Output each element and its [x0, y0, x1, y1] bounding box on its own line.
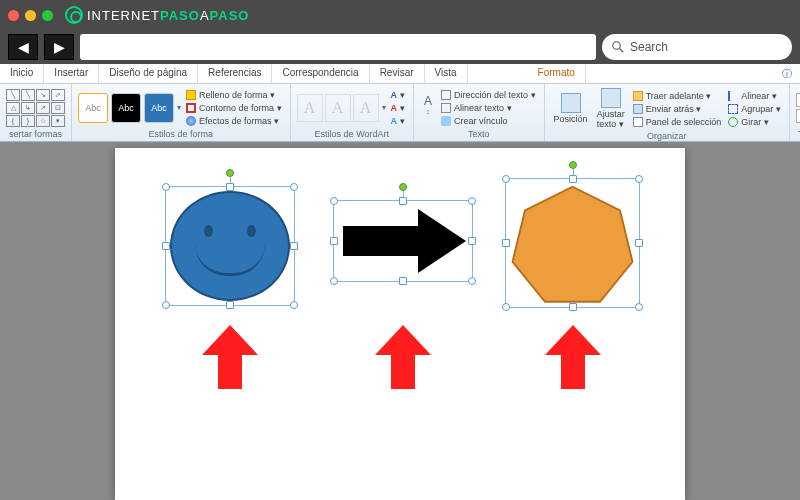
- document-page[interactable]: [115, 148, 685, 500]
- tab-revisar[interactable]: Revisar: [370, 64, 425, 83]
- tab-diseno[interactable]: Diseño de página: [99, 64, 198, 83]
- shapes-gallery[interactable]: ╲╲↘⬀ △↳↗⊡ {}☆▾: [6, 89, 65, 127]
- height-input[interactable]: [796, 93, 800, 107]
- resize-handle-n[interactable]: [226, 183, 234, 191]
- group-label-tamano: Tamaño: [796, 129, 800, 141]
- resize-handle-ne[interactable]: [635, 175, 643, 183]
- resize-handle-n[interactable]: [569, 175, 577, 183]
- rotate-label: Girar ▾: [741, 117, 769, 127]
- resize-handle-ne[interactable]: [468, 197, 476, 205]
- group-label-organizar: Organizar: [551, 131, 783, 143]
- ribbon-tabs: Inicio Insertar Diseño de página Referen…: [0, 64, 800, 84]
- resize-handle-se[interactable]: [468, 277, 476, 285]
- tab-inicio[interactable]: Inicio: [0, 64, 44, 83]
- heptagon-shape[interactable]: [510, 183, 635, 308]
- resize-handle-sw[interactable]: [162, 301, 170, 309]
- group-estilos-forma: Abc Abc Abc ▾ Relleno de forma ▾ Contorn…: [72, 84, 291, 141]
- back-button[interactable]: ◀: [8, 34, 38, 60]
- text-effects-button[interactable]: A▾: [389, 115, 408, 127]
- resize-handle-ne[interactable]: [290, 183, 298, 191]
- maximize-window-button[interactable]: [42, 10, 53, 21]
- tab-formato[interactable]: Formato: [528, 64, 586, 83]
- text-direction-tool[interactable]: A↕: [420, 94, 436, 122]
- wrap-text-button[interactable]: Ajustar texto ▾: [594, 86, 628, 131]
- outline-label: Contorno de forma ▾: [199, 103, 282, 113]
- width-input[interactable]: [796, 109, 800, 123]
- resize-handle-e[interactable]: [468, 237, 476, 245]
- tab-vista[interactable]: Vista: [425, 64, 468, 83]
- ribbon-help-icon[interactable]: ⓘ: [774, 64, 800, 83]
- resize-handle-sw[interactable]: [330, 277, 338, 285]
- browser-nav: ◀ ▶ Search: [0, 30, 800, 64]
- svg-point-0: [613, 42, 621, 50]
- align-button[interactable]: Alinear ▾: [726, 90, 783, 102]
- text-fill-button[interactable]: A▾: [389, 89, 408, 101]
- selection-pane-button[interactable]: Panel de selección: [631, 116, 724, 128]
- url-input[interactable]: [80, 34, 596, 60]
- selection-smiley[interactable]: [165, 186, 295, 306]
- send-backward-button[interactable]: Enviar atrás ▾: [631, 103, 724, 115]
- create-link-button[interactable]: Crear vínculo: [439, 115, 538, 127]
- shape-style-2[interactable]: Abc: [111, 93, 141, 123]
- group-organizar: Posición Ajustar texto ▾ Traer adelante …: [545, 84, 790, 141]
- logo-text-paso2: PASO: [210, 8, 250, 23]
- svg-marker-5: [375, 325, 431, 389]
- indicator-arrow-1: [200, 323, 260, 393]
- rotation-handle[interactable]: [226, 169, 234, 177]
- resize-handle-sw[interactable]: [502, 303, 510, 311]
- bring-forward-button[interactable]: Traer adelante ▾: [631, 90, 724, 102]
- resize-handle-nw[interactable]: [502, 175, 510, 183]
- align-text-button[interactable]: Alinear texto ▾: [439, 102, 538, 114]
- wordart-more[interactable]: ▾: [382, 103, 386, 112]
- search-input[interactable]: Search: [602, 34, 792, 60]
- resize-handle-nw[interactable]: [330, 197, 338, 205]
- resize-handle-e[interactable]: [290, 242, 298, 250]
- resize-handle-n[interactable]: [399, 197, 407, 205]
- svg-marker-2: [343, 209, 466, 273]
- outline-button[interactable]: Contorno de forma ▾: [184, 102, 284, 114]
- resize-handle-s[interactable]: [226, 301, 234, 309]
- selection-heptagon[interactable]: [505, 178, 640, 308]
- rotation-handle[interactable]: [399, 183, 407, 191]
- resize-handle-w[interactable]: [330, 237, 338, 245]
- create-link-label: Crear vínculo: [454, 116, 508, 126]
- resize-handle-e[interactable]: [635, 239, 643, 247]
- position-button[interactable]: Posición: [551, 91, 591, 126]
- resize-handle-nw[interactable]: [162, 183, 170, 191]
- resize-handle-w[interactable]: [162, 242, 170, 250]
- smiley-shape[interactable]: [170, 191, 290, 301]
- fill-button[interactable]: Relleno de forma ▾: [184, 89, 284, 101]
- logo-text-paso1: PASO: [160, 8, 200, 23]
- text-outline-button[interactable]: A▾: [389, 102, 408, 114]
- send-backward-label: Enviar atrás ▾: [646, 104, 702, 114]
- resize-handle-se[interactable]: [635, 303, 643, 311]
- wordart-gallery[interactable]: AAA: [297, 94, 379, 122]
- shape-style-3[interactable]: Abc: [144, 93, 174, 123]
- resize-handle-w[interactable]: [502, 239, 510, 247]
- search-placeholder: Search: [630, 40, 668, 54]
- rotation-handle[interactable]: [569, 161, 577, 169]
- forward-button[interactable]: ▶: [44, 34, 74, 60]
- tab-insertar[interactable]: Insertar: [44, 64, 99, 83]
- text-direction-button[interactable]: Dirección del texto ▾: [439, 89, 538, 101]
- logo-text: INTERNETPASOAPASO: [87, 8, 249, 23]
- style-gallery-more[interactable]: ▾: [177, 103, 181, 112]
- group-button[interactable]: Agrupar ▾: [726, 103, 783, 115]
- rotate-button[interactable]: Girar ▾: [726, 116, 783, 128]
- document-canvas-area: [0, 142, 800, 500]
- group-tamano: Tamaño: [790, 84, 800, 141]
- indicator-arrow-2: [373, 323, 433, 393]
- effects-button[interactable]: Efectos de formas ▾: [184, 115, 284, 127]
- minimize-window-button[interactable]: [25, 10, 36, 21]
- group-label-texto: Texto: [420, 129, 538, 141]
- tab-correspondencia[interactable]: Correspondencia: [272, 64, 369, 83]
- resize-handle-se[interactable]: [290, 301, 298, 309]
- selection-arrow[interactable]: [333, 200, 473, 282]
- shape-style-1[interactable]: Abc: [78, 93, 108, 123]
- resize-handle-s[interactable]: [399, 277, 407, 285]
- logo-icon: [65, 6, 83, 24]
- close-window-button[interactable]: [8, 10, 19, 21]
- bring-forward-label: Traer adelante ▾: [646, 91, 712, 101]
- arrow-shape[interactable]: [338, 206, 468, 276]
- tab-referencias[interactable]: Referencias: [198, 64, 272, 83]
